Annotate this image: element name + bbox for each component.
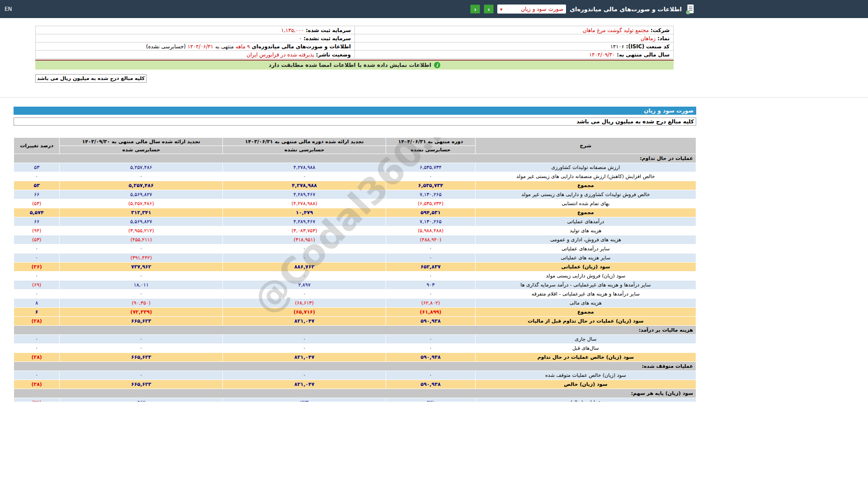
report-type-selected: صورت سود و زیان [521, 6, 563, 12]
cell-value: ۰ [223, 253, 386, 262]
table-row: سایر هزینه های عملیاتی۰۰(۳۹۱,۴۴۲)۰ [14, 253, 696, 262]
info-cell: وضعیت ناشر:پذیرفته شده در فرابورس ایران [36, 51, 354, 59]
row-label: سایر درآمدهای عملیاتی [476, 244, 696, 253]
cell-value: (۵,۲۵۷,۴۸۶) [60, 199, 222, 208]
info-value: (حسابرسی نشده) [146, 43, 186, 50]
cell-value: ۴,۲۷۸,۹۸۸ [223, 163, 386, 172]
percent-change-value: (۶۹) [14, 281, 59, 289]
cell-value: ۰ [223, 290, 386, 298]
cell-value: ۰ [386, 244, 475, 253]
percent-change-value: (۲۸) [14, 398, 59, 402]
table-row: سود (زیان) عملیاتی۶۵۲,۸۳۷۸۸۶,۷۶۳۷۳۷,۹۶۲(… [14, 263, 696, 271]
row-label: خالص افزایش (کاهش) ارزش منصفانه دارایی ه… [476, 172, 696, 181]
table-row: هزینه های تولید(۵,۹۸۸,۴۸۸)(۳,۰۸۳,۷۵۳)(۳,… [14, 226, 696, 235]
statement-units-note: کلیه مبالغ درج شده به میلیون ریال می باش… [14, 117, 696, 126]
cell-value: (۶۵,۷۱۶) [223, 308, 386, 316]
row-label: هزینه های تولید [476, 226, 696, 235]
percent-change-value: ۰ [14, 172, 59, 181]
row-label: هزینه های فروش، اداری و عمومی [476, 235, 696, 244]
cell-value: ۵,۵۶۹,۸۲۷ [60, 217, 222, 226]
info-value: ۱۴۰۴/۰۶/۳۱ [188, 43, 213, 50]
cell-value: ۶,۵۳۵,۷۳۴ [386, 181, 475, 190]
report-type-dropdown[interactable]: صورت سود و زیان ▾ [497, 5, 566, 14]
percent-change-value: ۶ [14, 308, 59, 316]
table-row: عملیاتی (ریال)۵۲۱۷۲۳۵۸۷(۲۸) [14, 398, 696, 402]
table-row: خالص افزایش (کاهش) ارزش منصفانه دارایی ه… [14, 172, 696, 181]
table-row: سود (زیان) خالص عملیات متوقف شده۰۰۰۰ [14, 371, 696, 380]
cell-value: ۰ [386, 290, 475, 298]
table-row: سایر درآمدهای عملیاتی۰۰۰۰ [14, 244, 696, 253]
cell-value: (۳,۹۵۵,۲۱۲) [60, 226, 222, 235]
info-label: اطلاعات و صورت‌های مالی میاندوره‌ای [252, 43, 351, 50]
percent-change-value: ۵۳ [14, 181, 59, 190]
table-row: سود (زیان) فروش دارایی زیستی مولد۰۰۰۰ [14, 272, 696, 280]
table-row: مجموع۶,۵۳۵,۷۳۴۴,۲۷۸,۹۸۸۵,۲۵۷,۴۸۶۵۳ [14, 181, 696, 190]
language-toggle[interactable]: EN [5, 6, 12, 12]
cell-value: (۷۲,۳۳۹) [60, 308, 222, 316]
info-value: ۱۴۰۴/۰۹/۳۰ [589, 52, 615, 58]
info-icon: i [434, 62, 440, 68]
column-header-restated-year: تجدید ارائه شده سال مالی منتهی به ۱۴۰۳/۰… [60, 138, 222, 145]
section-label: عملیات متوقف شده: [14, 362, 696, 371]
table-row: سایر درآمدها و هزینه های غیرعملیاتی - در… [14, 281, 696, 289]
units-note-box: کلیه مبالغ درج شده به میلیون ریال می باش… [35, 74, 146, 83]
cell-value: ۷,۱۳۰,۲۶۵ [386, 217, 475, 226]
cell-value: ۰ [223, 344, 386, 352]
percent-change-value: (۲۸) [14, 380, 59, 389]
percent-change-value: (۵۳) [14, 235, 59, 244]
cell-value: ۸۸۶,۷۶۳ [223, 263, 386, 271]
percent-change-value: ۰ [14, 335, 59, 343]
info-label: وضعیت ناشر: [316, 52, 351, 58]
prev-report-button[interactable]: › [484, 5, 494, 14]
info-value: ۱۴۱۰۶ [610, 43, 624, 50]
cell-value: ۶۶۵,۶۲۳ [60, 317, 222, 325]
column-header-restated-period: تجدید ارائه شده دوره مالی منتهی به ۱۴۰۳/… [223, 138, 386, 145]
cell-value: (۶۸,۶۱۳) [223, 299, 386, 307]
row-label: عملیاتی (ریال) [476, 398, 696, 402]
cell-value: ۵۹۰,۹۳۸ [386, 380, 475, 389]
row-label: مجموع [476, 308, 696, 316]
cell-value: ۵,۵۶۹,۸۲۷ [60, 190, 222, 199]
cell-value: ۵۹۰,۹۳۸ [386, 317, 475, 325]
row-label: سود (زیان) عملیاتی [476, 263, 696, 271]
section-label: هزینه مالیات بر درآمد: [14, 326, 696, 334]
cell-value: ۱۰,۴۷۹ [223, 208, 386, 217]
percent-change-value: ۰ [14, 253, 59, 262]
table-row: سود (زیان) پایه هر سهم: [14, 389, 696, 398]
column-header-period: دوره منتهی به ۱۴۰۴/۰۶/۳۱ [386, 138, 475, 145]
table-row: سود (زیان) خالص عملیات در حال تداوم۵۹۰,۹… [14, 353, 696, 361]
cell-value: ۰ [223, 272, 386, 280]
cell-value: (۶۲,۸۰۲) [386, 299, 475, 307]
info-label: سرمایه ثبت نشده: [304, 35, 351, 42]
cell-value: ۱۸,۰۱۱ [60, 281, 222, 289]
table-row: بهای تمام شده انتسابی(۶,۵۳۵,۷۳۴)(۴,۲۷۸,۹… [14, 199, 696, 208]
cell-value: ۵۸۷ [60, 398, 222, 402]
row-label: ارزش منصفانه تولیدات کشاورزی [476, 163, 696, 172]
info-value: ۱,۱۳۵,۰۰۰ [281, 27, 304, 33]
cell-value: ۰ [386, 371, 475, 380]
cell-value: (۵,۹۸۸,۴۸۸) [386, 226, 475, 235]
statement-table-container: شرح دوره منتهی به ۱۴۰۴/۰۶/۳۱ تجدید ارائه… [14, 137, 696, 402]
row-label: سایر هزینه های عملیاتی [476, 253, 696, 262]
cell-value: (۹۰,۳۵۰) [60, 299, 222, 307]
cell-value: ۰ [60, 290, 222, 298]
row-label: خالص فروش تولیدات کشاورزی و دارایی های ز… [476, 190, 696, 199]
table-row: سایر درآمدها و هزینه های غیرعملیاتی - اق… [14, 290, 696, 298]
percent-change-value: (۲۸) [14, 317, 59, 325]
cell-value: ۸۲۱,۰۴۷ [223, 317, 386, 325]
row-label: هزینه های مالی [476, 299, 696, 307]
info-cell: اطلاعات و صورت‌های مالی میاندوره‌ای ۹ ما… [36, 42, 354, 51]
signature-match-banner: i اطلاعات نمایش داده شده با اطلاعات امضا… [35, 60, 674, 70]
cell-value: ۰ [386, 335, 475, 343]
row-label: بهای تمام شده انتسابی [476, 199, 696, 208]
table-row: سال جاری۰۰۰۰ [14, 335, 696, 343]
percent-change-value: ۰ [14, 371, 59, 380]
info-value: ۹ ماهه [236, 43, 250, 50]
signature-banner-text: اطلاعات نمایش داده شده با اطلاعات امضا ش… [269, 62, 431, 68]
next-report-button[interactable]: ‹ [470, 5, 480, 14]
percent-change-value: (۲۸) [14, 353, 59, 361]
percent-change-value: (۵۳) [14, 199, 59, 208]
info-cell: شرکت:مجتمع تولید گوشت مرغ ماهان [354, 26, 673, 34]
cell-value: ۰ [60, 172, 222, 181]
row-label: سود (زیان) خالص [476, 380, 696, 389]
